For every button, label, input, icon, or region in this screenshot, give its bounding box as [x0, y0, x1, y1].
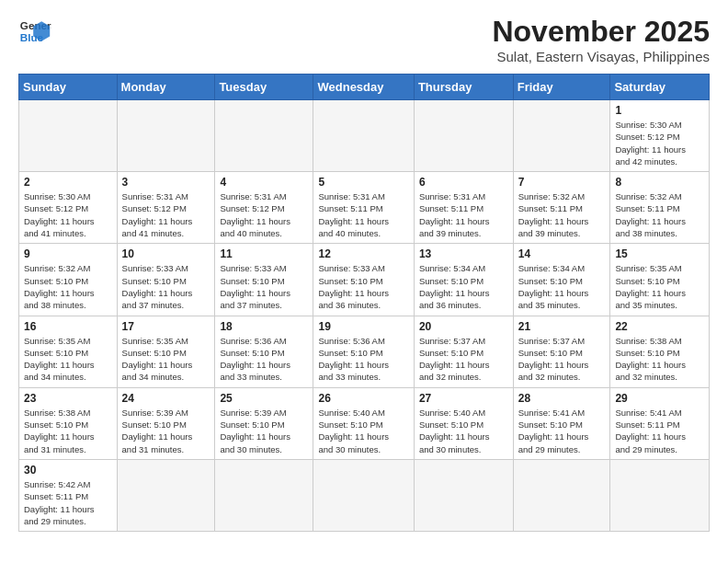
calendar-cell: 2Sunrise: 5:30 AM Sunset: 5:12 PM Daylig… [19, 172, 118, 244]
day-number: 7 [518, 176, 606, 189]
calendar-cell: 23Sunrise: 5:38 AM Sunset: 5:10 PM Dayli… [19, 387, 118, 459]
day-number: 17 [122, 320, 210, 333]
day-info: Sunrise: 5:38 AM Sunset: 5:10 PM Dayligh… [24, 407, 112, 455]
day-info: Sunrise: 5:30 AM Sunset: 5:12 PM Dayligh… [615, 119, 704, 167]
calendar-cell: 24Sunrise: 5:39 AM Sunset: 5:10 PM Dayli… [117, 387, 215, 459]
day-info: Sunrise: 5:41 AM Sunset: 5:11 PM Dayligh… [615, 407, 704, 455]
day-number: 15 [615, 247, 704, 260]
day-number: 5 [318, 176, 408, 189]
calendar-cell: 1Sunrise: 5:30 AM Sunset: 5:12 PM Daylig… [610, 100, 710, 172]
day-number: 22 [615, 320, 704, 333]
day-number: 2 [24, 176, 112, 189]
calendar-cell: 18Sunrise: 5:36 AM Sunset: 5:10 PM Dayli… [215, 316, 313, 387]
calendar-cell [117, 459, 215, 531]
day-info: Sunrise: 5:36 AM Sunset: 5:10 PM Dayligh… [220, 335, 308, 384]
day-number: 25 [220, 392, 308, 405]
location-title: Sulat, Eastern Visayas, Philippines [492, 49, 710, 64]
calendar-cell: 11Sunrise: 5:33 AM Sunset: 5:10 PM Dayli… [215, 244, 313, 316]
day-number: 9 [24, 247, 112, 260]
calendar-week-row: 16Sunrise: 5:35 AM Sunset: 5:10 PM Dayli… [19, 316, 710, 387]
calendar-cell [215, 100, 313, 172]
day-info: Sunrise: 5:39 AM Sunset: 5:10 PM Dayligh… [122, 407, 210, 455]
day-number: 29 [615, 392, 704, 405]
day-info: Sunrise: 5:37 AM Sunset: 5:10 PM Dayligh… [518, 335, 606, 384]
calendar-cell: 8Sunrise: 5:32 AM Sunset: 5:11 PM Daylig… [610, 172, 710, 244]
weekday-header-friday: Friday [513, 75, 610, 100]
day-number: 1 [615, 104, 704, 117]
day-number: 19 [318, 320, 408, 333]
calendar-week-row: 9Sunrise: 5:32 AM Sunset: 5:10 PM Daylig… [19, 244, 710, 316]
day-info: Sunrise: 5:31 AM Sunset: 5:11 PM Dayligh… [318, 190, 408, 239]
weekday-header-sunday: Sunday [19, 75, 118, 100]
calendar-week-row: 30Sunrise: 5:42 AM Sunset: 5:11 PM Dayli… [19, 459, 710, 531]
calendar-cell: 16Sunrise: 5:35 AM Sunset: 5:10 PM Dayli… [19, 316, 118, 387]
calendar-week-row: 1Sunrise: 5:30 AM Sunset: 5:12 PM Daylig… [19, 100, 710, 172]
calendar-cell: 9Sunrise: 5:32 AM Sunset: 5:10 PM Daylig… [19, 244, 118, 316]
day-number: 18 [220, 320, 308, 333]
calendar-cell [117, 100, 215, 172]
day-info: Sunrise: 5:41 AM Sunset: 5:10 PM Dayligh… [518, 407, 606, 455]
day-number: 12 [318, 247, 408, 260]
day-info: Sunrise: 5:40 AM Sunset: 5:10 PM Dayligh… [419, 407, 508, 455]
calendar-cell: 30Sunrise: 5:42 AM Sunset: 5:11 PM Dayli… [19, 459, 118, 531]
day-number: 13 [419, 247, 508, 260]
calendar-cell: 19Sunrise: 5:36 AM Sunset: 5:10 PM Dayli… [313, 316, 414, 387]
logo: General Blue [18, 15, 51, 48]
calendar-cell: 5Sunrise: 5:31 AM Sunset: 5:11 PM Daylig… [313, 172, 414, 244]
header: General Blue November 2025 Sulat, Easter… [18, 15, 710, 64]
day-number: 10 [122, 247, 210, 260]
generalblue-logo-icon: General Blue [18, 15, 51, 48]
day-number: 30 [24, 464, 112, 477]
day-info: Sunrise: 5:40 AM Sunset: 5:10 PM Dayligh… [318, 407, 408, 455]
calendar-cell [19, 100, 118, 172]
day-number: 14 [518, 247, 606, 260]
day-number: 8 [615, 176, 704, 189]
day-number: 20 [419, 320, 508, 333]
day-info: Sunrise: 5:30 AM Sunset: 5:12 PM Dayligh… [24, 190, 112, 239]
day-info: Sunrise: 5:39 AM Sunset: 5:10 PM Dayligh… [220, 407, 308, 455]
calendar-cell: 6Sunrise: 5:31 AM Sunset: 5:11 PM Daylig… [414, 172, 513, 244]
day-info: Sunrise: 5:35 AM Sunset: 5:10 PM Dayligh… [615, 262, 704, 311]
calendar-cell: 13Sunrise: 5:34 AM Sunset: 5:10 PM Dayli… [414, 244, 513, 316]
calendar-cell: 4Sunrise: 5:31 AM Sunset: 5:12 PM Daylig… [215, 172, 313, 244]
weekday-header-thursday: Thursday [414, 75, 513, 100]
day-number: 26 [318, 392, 408, 405]
weekday-header-row: SundayMondayTuesdayWednesdayThursdayFrid… [19, 75, 710, 100]
calendar-cell: 29Sunrise: 5:41 AM Sunset: 5:11 PM Dayli… [610, 387, 710, 459]
day-number: 23 [24, 392, 112, 405]
day-info: Sunrise: 5:38 AM Sunset: 5:10 PM Dayligh… [615, 335, 704, 384]
calendar-cell [513, 459, 610, 531]
calendar-week-row: 2Sunrise: 5:30 AM Sunset: 5:12 PM Daylig… [19, 172, 710, 244]
day-info: Sunrise: 5:32 AM Sunset: 5:11 PM Dayligh… [615, 190, 704, 239]
calendar-cell: 17Sunrise: 5:35 AM Sunset: 5:10 PM Dayli… [117, 316, 215, 387]
calendar-cell: 14Sunrise: 5:34 AM Sunset: 5:10 PM Dayli… [513, 244, 610, 316]
weekday-header-tuesday: Tuesday [215, 75, 313, 100]
weekday-header-wednesday: Wednesday [313, 75, 414, 100]
day-info: Sunrise: 5:35 AM Sunset: 5:10 PM Dayligh… [24, 335, 112, 384]
calendar-cell: 22Sunrise: 5:38 AM Sunset: 5:10 PM Dayli… [610, 316, 710, 387]
calendar-cell [215, 459, 313, 531]
day-info: Sunrise: 5:33 AM Sunset: 5:10 PM Dayligh… [318, 262, 408, 311]
day-info: Sunrise: 5:31 AM Sunset: 5:11 PM Dayligh… [419, 190, 508, 239]
calendar-table: SundayMondayTuesdayWednesdayThursdayFrid… [18, 74, 710, 532]
day-number: 21 [518, 320, 606, 333]
calendar-cell: 10Sunrise: 5:33 AM Sunset: 5:10 PM Dayli… [117, 244, 215, 316]
calendar-cell: 15Sunrise: 5:35 AM Sunset: 5:10 PM Dayli… [610, 244, 710, 316]
calendar-cell: 12Sunrise: 5:33 AM Sunset: 5:10 PM Dayli… [313, 244, 414, 316]
title-area: November 2025 Sulat, Eastern Visayas, Ph… [492, 15, 710, 64]
day-info: Sunrise: 5:34 AM Sunset: 5:10 PM Dayligh… [419, 262, 508, 311]
day-info: Sunrise: 5:42 AM Sunset: 5:11 PM Dayligh… [24, 478, 112, 527]
calendar-cell: 27Sunrise: 5:40 AM Sunset: 5:10 PM Dayli… [414, 387, 513, 459]
calendar-cell: 28Sunrise: 5:41 AM Sunset: 5:10 PM Dayli… [513, 387, 610, 459]
day-info: Sunrise: 5:32 AM Sunset: 5:11 PM Dayligh… [518, 190, 606, 239]
calendar-cell: 3Sunrise: 5:31 AM Sunset: 5:12 PM Daylig… [117, 172, 215, 244]
day-info: Sunrise: 5:35 AM Sunset: 5:10 PM Dayligh… [122, 335, 210, 384]
day-info: Sunrise: 5:33 AM Sunset: 5:10 PM Dayligh… [220, 262, 308, 311]
day-info: Sunrise: 5:37 AM Sunset: 5:10 PM Dayligh… [419, 335, 508, 384]
day-number: 16 [24, 320, 112, 333]
calendar-cell [414, 459, 513, 531]
calendar-cell: 25Sunrise: 5:39 AM Sunset: 5:10 PM Dayli… [215, 387, 313, 459]
day-number: 4 [220, 176, 308, 189]
day-number: 11 [220, 247, 308, 260]
weekday-header-monday: Monday [117, 75, 215, 100]
